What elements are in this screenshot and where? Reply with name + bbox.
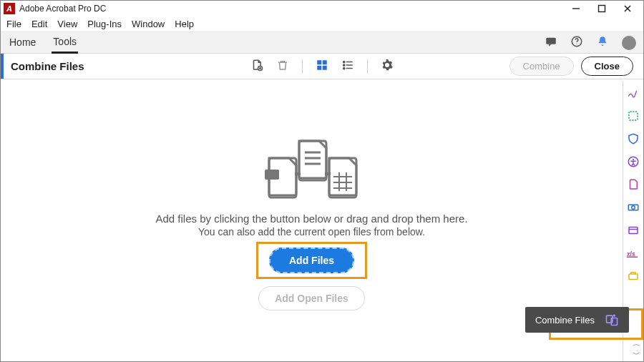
svg-point-17 <box>343 64 345 66</box>
notification-bell-icon[interactable] <box>596 35 609 50</box>
combine-files-icon <box>605 313 619 327</box>
svg-point-39 <box>632 206 635 210</box>
trash-icon[interactable] <box>276 59 289 74</box>
primary-tabs: Home Tools <box>1 32 643 54</box>
measure-icon[interactable] <box>627 270 640 283</box>
window-title: Adobe Acrobat Pro DC <box>19 4 106 14</box>
panel-scroll-arrows[interactable]: ︿ ﹀ <box>633 338 640 360</box>
svg-rect-23 <box>299 141 326 178</box>
sign-icon[interactable] <box>627 87 640 99</box>
protect-shield-icon[interactable] <box>627 132 640 145</box>
hint-secondary: You can also add the current open files … <box>198 226 425 238</box>
tool-toolbar: Combine Files Combine Close <box>1 54 643 79</box>
svg-text:xls: xls <box>627 251 635 258</box>
menu-edit[interactable]: Edit <box>31 19 47 29</box>
svg-rect-40 <box>629 228 638 234</box>
tutorial-highlight <box>256 242 367 279</box>
chevron-down-icon[interactable]: ﹀ <box>633 349 640 360</box>
svg-marker-5 <box>549 44 552 47</box>
svg-rect-44 <box>629 274 638 280</box>
menu-file[interactable]: File <box>6 19 21 29</box>
svg-point-37 <box>633 159 634 160</box>
app-logo: A <box>4 3 15 14</box>
svg-rect-1 <box>599 6 605 12</box>
compare-icon[interactable] <box>627 201 640 214</box>
close-button[interactable] <box>615 1 640 16</box>
chevron-up-icon[interactable]: ︿ <box>633 338 640 349</box>
titlebar: A Adobe Acrobat Pro DC <box>1 1 643 16</box>
help-icon[interactable] <box>570 35 583 50</box>
svg-point-15 <box>343 61 345 62</box>
add-open-files-button[interactable]: Add Open Files <box>258 286 365 310</box>
divider <box>302 59 303 74</box>
close-tool-button[interactable]: Close <box>581 57 633 76</box>
divider <box>367 59 368 74</box>
redact-icon[interactable]: xls <box>627 247 640 260</box>
svg-rect-12 <box>323 60 327 64</box>
settings-gear-icon[interactable] <box>381 59 394 74</box>
chat-icon[interactable] <box>545 35 557 50</box>
svg-rect-4 <box>546 38 556 44</box>
menu-plugins[interactable]: Plug-Ins <box>87 19 122 29</box>
add-file-icon[interactable] <box>250 59 263 74</box>
tool-title: Combine Files <box>11 60 84 72</box>
svg-rect-22 <box>265 170 279 180</box>
menu-window[interactable]: Window <box>132 19 165 29</box>
hint-primary: Add files by clicking the button below o… <box>155 212 467 225</box>
accessibility-icon[interactable] <box>627 155 640 168</box>
active-tool-indicator <box>1 54 4 79</box>
menu-view[interactable]: View <box>57 19 77 29</box>
svg-point-19 <box>343 67 345 69</box>
tab-home[interactable]: Home <box>8 33 37 52</box>
svg-rect-14 <box>323 66 327 70</box>
grid-view-icon[interactable] <box>316 59 328 74</box>
svg-rect-11 <box>317 60 321 64</box>
maximize-button[interactable] <box>589 1 615 16</box>
svg-point-7 <box>576 44 577 44</box>
minimize-button[interactable] <box>563 1 589 16</box>
menu-help[interactable]: Help <box>175 19 194 29</box>
list-view-icon[interactable] <box>341 59 354 74</box>
organize-pages-icon[interactable] <box>627 178 640 191</box>
export-icon[interactable] <box>627 109 640 122</box>
combine-files-tooltip[interactable]: Combine Files <box>525 307 629 333</box>
svg-rect-13 <box>317 66 321 70</box>
menubar: File Edit View Plug-Ins Window Help <box>1 16 643 32</box>
tooltip-label: Combine Files <box>535 315 595 326</box>
svg-rect-35 <box>629 112 638 120</box>
tab-tools[interactable]: Tools <box>52 32 78 54</box>
avatar[interactable] <box>622 36 636 50</box>
combine-button[interactable]: Combine <box>509 57 574 76</box>
files-illustration-icon <box>262 135 362 207</box>
optimize-icon[interactable] <box>627 224 640 237</box>
